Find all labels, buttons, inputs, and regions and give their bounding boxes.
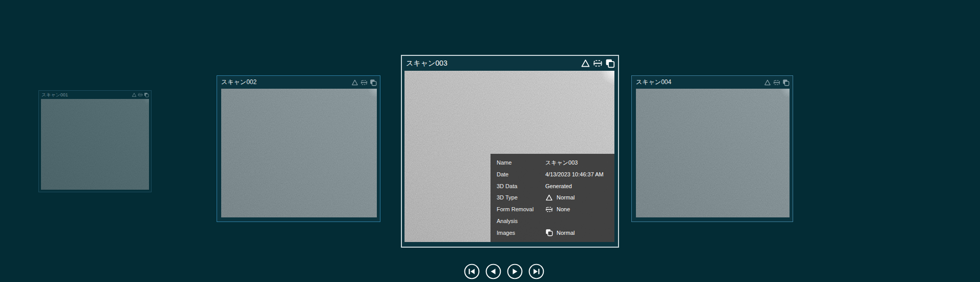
info-row-date: Date 4/13/2023 10:46:37 AM xyxy=(497,170,609,179)
card-status-icons xyxy=(581,58,618,68)
card-status-icons xyxy=(351,79,380,86)
images-icon xyxy=(370,79,377,86)
images-icon xyxy=(545,229,553,236)
scan-thumbnail[interactable] xyxy=(221,89,377,217)
form-removal-icon xyxy=(545,206,553,213)
thumbnail-dim-overlay xyxy=(636,89,790,217)
triangle-3d-type-icon xyxy=(132,92,137,97)
last-scan-button[interactable] xyxy=(528,264,544,279)
info-value: Generated xyxy=(545,183,572,189)
info-label: 3D Type xyxy=(497,194,545,200)
info-value: スキャン003 xyxy=(545,159,578,167)
card-status-icons xyxy=(764,79,793,86)
triangle-3d-type-icon xyxy=(764,79,771,86)
skip-to-first-icon xyxy=(464,264,480,279)
info-label: Analysis xyxy=(497,218,545,224)
next-scan-button[interactable] xyxy=(507,264,523,279)
scan-card-004[interactable]: スキャン004 xyxy=(631,75,793,222)
info-value: Normal xyxy=(545,194,574,202)
form-removal-icon xyxy=(773,79,780,86)
card-header: スキャン001 xyxy=(39,91,151,99)
triangle-3d-type-icon xyxy=(581,58,590,68)
scan-card-002[interactable]: スキャン002 xyxy=(217,75,380,222)
triangle-3d-type-icon xyxy=(351,79,358,86)
info-label: Name xyxy=(497,159,545,166)
previous-icon xyxy=(485,264,501,279)
info-row-analysis: Analysis xyxy=(497,216,609,226)
images-icon xyxy=(605,58,615,68)
form-removal-icon xyxy=(138,92,143,97)
previous-scan-button[interactable] xyxy=(485,264,501,279)
info-value: Normal xyxy=(545,229,574,236)
info-label: Date xyxy=(497,171,545,177)
card-header: スキャン003 xyxy=(402,56,618,71)
scan-card-001[interactable]: スキャン001 xyxy=(38,90,152,192)
info-row-form-removal: Form Removal None xyxy=(497,205,609,214)
triangle-3d-type-icon xyxy=(545,194,553,202)
form-removal-icon xyxy=(360,79,368,86)
images-icon xyxy=(144,92,149,97)
info-value: None xyxy=(545,206,570,213)
first-scan-button[interactable] xyxy=(464,264,480,279)
card-title: スキャン004 xyxy=(632,78,671,87)
info-row-name: Name スキャン003 xyxy=(497,158,609,167)
scan-thumbnail[interactable] xyxy=(636,89,790,217)
next-icon xyxy=(507,264,523,279)
info-value: 4/13/2023 10:46:37 AM xyxy=(545,171,604,177)
scan-thumbnail[interactable] xyxy=(41,99,149,190)
card-title: スキャン003 xyxy=(402,59,448,68)
thumbnail-dim-overlay xyxy=(221,89,377,217)
scan-carousel: スキャン001 スキャン002 xyxy=(0,0,980,282)
images-icon xyxy=(782,79,790,86)
card-header: スキャン002 xyxy=(217,76,380,89)
form-removal-icon xyxy=(593,58,603,68)
card-title: スキャン002 xyxy=(217,78,257,87)
info-label: Form Removal xyxy=(497,206,545,212)
thumbnail-dim-overlay xyxy=(41,99,149,190)
skip-to-last-icon xyxy=(528,264,544,279)
card-title: スキャン001 xyxy=(39,92,68,98)
scan-card-003-active[interactable]: スキャン003 Name スキャン003 Date 4/13/2023 10:4… xyxy=(401,55,619,248)
card-header: スキャン004 xyxy=(632,76,793,89)
info-row-3d-data: 3D Data Generated xyxy=(497,182,609,191)
info-label: 3D Data xyxy=(497,183,545,189)
card-status-icons xyxy=(132,92,151,97)
scan-info-panel: Name スキャン003 Date 4/13/2023 10:46:37 AM … xyxy=(491,154,614,242)
info-label: Images xyxy=(497,230,545,236)
info-row-images: Images Normal xyxy=(497,228,609,237)
info-row-3d-type: 3D Type Normal xyxy=(497,193,609,202)
